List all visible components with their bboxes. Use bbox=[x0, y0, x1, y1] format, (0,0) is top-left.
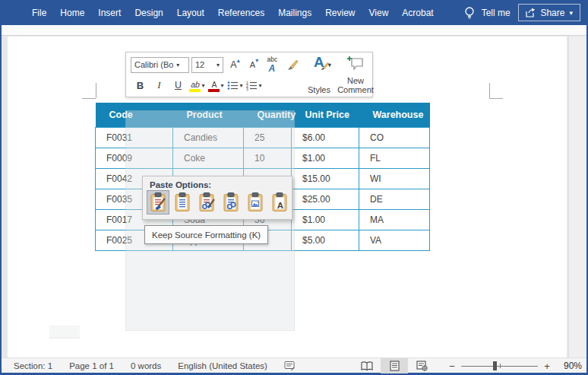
tab-acrobat[interactable]: Acrobat bbox=[402, 8, 433, 18]
phonetic-guide-button[interactable]: abc A bbox=[264, 56, 282, 73]
tooltip: Keep Source Formatting (K) bbox=[144, 225, 268, 244]
numbering-icon: 1 2 3 bbox=[246, 81, 258, 91]
text-highlight-button[interactable]: ab ▾ bbox=[188, 77, 206, 94]
numbering-button[interactable]: 1 2 3 ▾ bbox=[245, 77, 263, 94]
zoom-percentage[interactable]: 90% bbox=[558, 361, 582, 371]
status-page-number[interactable]: Page 1 of 1 bbox=[69, 361, 114, 370]
column-header-warehouse[interactable]: Warehouse bbox=[359, 103, 430, 127]
chevron-down-icon: ▾ bbox=[201, 82, 204, 89]
status-section[interactable]: Section: 1 bbox=[14, 361, 52, 370]
collapsed-ribbon-strip[interactable] bbox=[0, 25, 588, 36]
caret-up-icon: ▴ bbox=[237, 57, 240, 64]
table-cell[interactable]: CO bbox=[359, 127, 430, 148]
table-cell[interactable]: DE bbox=[359, 189, 430, 209]
font-size-select[interactable]: 12 ▾ bbox=[191, 57, 223, 73]
styles-label: Styles bbox=[308, 85, 330, 94]
tab-design[interactable]: Design bbox=[134, 8, 163, 18]
tab-home[interactable]: Home bbox=[60, 8, 84, 18]
chevron-down-icon: ▾ bbox=[220, 82, 223, 89]
zoom-slider-thumb[interactable] bbox=[493, 361, 497, 370]
tooltip-text: Keep Source Formatting (K) bbox=[152, 230, 261, 240]
italic-button[interactable]: I bbox=[150, 77, 168, 94]
margin-crop-mark-right bbox=[489, 83, 490, 98]
font-name-value: Calibri (Bo bbox=[134, 60, 173, 69]
table-cell[interactable]: $15.00 bbox=[292, 168, 359, 189]
tab-review[interactable]: Review bbox=[325, 8, 355, 18]
mini-toolbar: Calibri (Bo ▾ 12 ▾ A ▴ A bbox=[125, 52, 373, 97]
new-comment-icon bbox=[346, 56, 365, 71]
grow-font-button[interactable]: A ▴ bbox=[226, 56, 244, 73]
table-cell[interactable]: FL bbox=[359, 148, 430, 168]
caret-down-icon: ▾ bbox=[255, 57, 258, 64]
zoom-in-button[interactable]: + bbox=[541, 361, 553, 372]
table-cell[interactable]: WI bbox=[359, 168, 430, 189]
font-name-select[interactable]: Calibri (Bo ▾ bbox=[131, 57, 189, 73]
web-layout-button[interactable] bbox=[408, 358, 435, 373]
use-destination-styles-icon bbox=[173, 192, 191, 212]
tab-insert[interactable]: Insert bbox=[98, 8, 121, 18]
styles-icon: A ▾ bbox=[314, 56, 324, 69]
text-highlight-icon: ab bbox=[189, 78, 201, 92]
table-cell[interactable]: $1.00 bbox=[292, 148, 359, 168]
table-cell[interactable]: $25.00 bbox=[292, 189, 359, 209]
table-cell[interactable]: $6.00 bbox=[292, 127, 359, 148]
paste-option-use-destination-styles[interactable] bbox=[172, 191, 193, 214]
web-layout-icon bbox=[416, 361, 428, 371]
keep-source-formatting-icon bbox=[149, 192, 167, 212]
share-icon bbox=[526, 8, 536, 17]
zoom-slider-center-tick bbox=[500, 364, 501, 368]
vertical-scrollbar[interactable] bbox=[568, 37, 588, 358]
chevron-down-icon: ▾ bbox=[217, 62, 220, 68]
ribbon-tab-bar: File Home Insert Design Layout Reference… bbox=[0, 0, 588, 25]
italic-icon: I bbox=[157, 79, 160, 91]
share-button[interactable]: Share ▾ bbox=[518, 4, 580, 21]
column-header-unit-price[interactable]: Unit Price bbox=[292, 103, 359, 127]
print-layout-button[interactable] bbox=[381, 358, 408, 373]
picture-icon bbox=[246, 192, 264, 212]
new-comment-label: New Comment bbox=[334, 76, 377, 94]
chevron-down-icon: ▾ bbox=[328, 59, 331, 72]
print-layout-icon bbox=[390, 361, 400, 371]
document-area: Code Product Quantity Unit Price Warehou… bbox=[0, 37, 588, 358]
paste-option-link-use-destination-styles[interactable] bbox=[220, 191, 242, 214]
font-size-value: 12 bbox=[195, 60, 204, 69]
underline-button[interactable]: U bbox=[169, 77, 187, 94]
tab-view[interactable]: View bbox=[369, 8, 389, 18]
status-word-count[interactable]: 0 words bbox=[131, 361, 161, 370]
shrink-font-button[interactable]: A ▾ bbox=[245, 56, 263, 73]
proofing-status-icon[interactable] bbox=[284, 361, 295, 370]
bold-icon: B bbox=[137, 80, 144, 91]
paste-option-picture[interactable] bbox=[245, 191, 266, 214]
tab-layout[interactable]: Layout bbox=[177, 8, 204, 18]
bullets-button[interactable]: ▾ bbox=[226, 77, 244, 94]
bold-button[interactable]: B bbox=[131, 77, 149, 94]
svg-text:3: 3 bbox=[246, 87, 248, 91]
font-color-button[interactable]: A ▾ bbox=[207, 77, 225, 94]
paste-option-link-keep-source-formatting[interactable] bbox=[196, 191, 217, 214]
table-cell[interactable]: $5.00 bbox=[292, 230, 359, 250]
table-cell[interactable]: VA bbox=[359, 230, 430, 250]
paste-option-keep-source-formatting[interactable] bbox=[147, 191, 169, 214]
new-comment-button[interactable]: New Comment bbox=[334, 52, 378, 97]
tab-file[interactable]: File bbox=[32, 8, 46, 18]
read-mode-button[interactable] bbox=[353, 358, 381, 373]
table-cell[interactable]: $1.00 bbox=[292, 209, 359, 230]
paste-preview-overlay bbox=[125, 110, 295, 331]
zoom-slider[interactable] bbox=[461, 358, 538, 373]
paste-option-keep-text-only[interactable]: A bbox=[269, 191, 290, 214]
format-painter-icon bbox=[286, 59, 299, 72]
status-language[interactable]: English (United States) bbox=[178, 361, 267, 370]
link-keep-source-formatting-icon bbox=[198, 192, 216, 212]
margin-crop-mark-left bbox=[82, 98, 96, 99]
table-cell[interactable]: MA bbox=[359, 209, 430, 230]
underline-icon: U bbox=[175, 80, 182, 91]
format-painter-button[interactable] bbox=[283, 56, 301, 73]
lightbulb-icon bbox=[464, 6, 475, 20]
share-label: Share bbox=[540, 8, 564, 18]
tab-references[interactable]: References bbox=[218, 8, 264, 18]
read-mode-icon bbox=[361, 361, 373, 371]
tab-mailings[interactable]: Mailings bbox=[278, 8, 311, 18]
tell-me-control[interactable]: Tell me bbox=[464, 6, 511, 20]
zoom-out-button[interactable]: − bbox=[446, 361, 458, 372]
styles-button[interactable]: A ▾ Styles bbox=[308, 52, 330, 97]
